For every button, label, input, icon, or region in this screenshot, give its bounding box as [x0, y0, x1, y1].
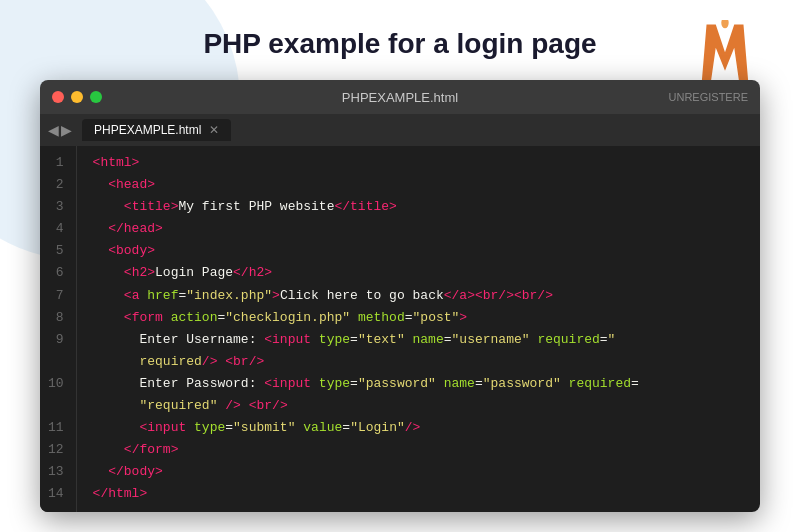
code-editor: 1 2 3 4 5 6 7 8 9 10 11 12 13 14 <html> [40, 146, 760, 512]
code-line-4: </head> [93, 218, 744, 240]
maximize-button[interactable] [90, 91, 102, 103]
code-line-8: <form action="checklogin.php" method="po… [93, 307, 744, 329]
code-line-6: <h2>Login Page</h2> [93, 262, 744, 284]
code-line-1: <html> [93, 152, 744, 174]
code-line-10b: "required" /> <br/> [93, 395, 744, 417]
code-line-14: </html> [93, 483, 744, 505]
page-title: PHP example for a login page [40, 28, 760, 60]
logo-container [700, 20, 750, 84]
tab-filename: PHPEXAMPLE.html [94, 123, 201, 137]
svg-marker-0 [702, 25, 748, 80]
line-numbers: 1 2 3 4 5 6 7 8 9 10 11 12 13 14 [40, 146, 77, 512]
code-content: <html> <head> <title>My first PHP websit… [77, 146, 760, 512]
traffic-lights [52, 91, 102, 103]
code-line-13: </body> [93, 461, 744, 483]
code-line-9b: required/> <br/> [93, 351, 744, 373]
code-line-9: Enter Username: <input type="text" name=… [93, 329, 744, 351]
minimize-button[interactable] [71, 91, 83, 103]
code-line-7: <a href="index.php">Click here to go bac… [93, 285, 744, 307]
unregistered-label: UNREGISTERE [669, 91, 748, 103]
code-line-11: <input type="submit" value="Login"/> [93, 417, 744, 439]
code-line-2: <head> [93, 174, 744, 196]
code-line-12: </form> [93, 439, 744, 461]
close-button[interactable] [52, 91, 64, 103]
active-tab[interactable]: PHPEXAMPLE.html ✕ [82, 119, 231, 141]
titlebar-filename: PHPEXAMPLE.html [342, 90, 458, 105]
svg-point-1 [721, 20, 728, 28]
code-line-10: Enter Password: <input type="password" n… [93, 373, 744, 395]
tab-prev-arrow[interactable]: ◀ [48, 122, 59, 138]
code-line-5: <body> [93, 240, 744, 262]
header: PHP example for a login page [0, 0, 800, 80]
tab-bar: ◀ ▶ PHPEXAMPLE.html ✕ [40, 114, 760, 146]
tab-next-arrow[interactable]: ▶ [61, 122, 72, 138]
editor-window: PHPEXAMPLE.html UNREGISTERE ◀ ▶ PHPEXAMP… [40, 80, 760, 512]
tab-close-button[interactable]: ✕ [209, 123, 219, 137]
title-bar: PHPEXAMPLE.html UNREGISTERE [40, 80, 760, 114]
code-line-3: <title>My first PHP website</title> [93, 196, 744, 218]
w-logo-icon [700, 20, 750, 80]
tab-arrows: ◀ ▶ [48, 122, 72, 138]
